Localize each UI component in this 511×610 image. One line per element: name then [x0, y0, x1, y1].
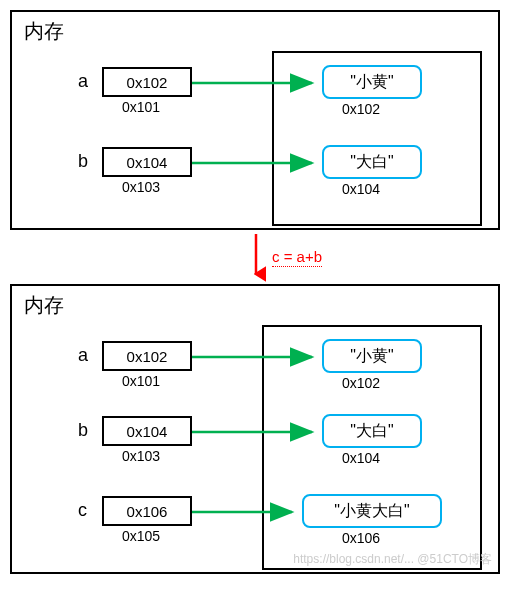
value-box-c: "小黄大白" [302, 494, 442, 528]
value-text: "小黄" [350, 72, 393, 93]
value-addr-b: 0x104 [342, 181, 380, 197]
panel-inner: a 0x102 0x101 "小黄" 0x102 b 0x104 0x103 "… [22, 323, 488, 573]
pointer-addr-b: 0x103 [122, 179, 160, 195]
value-text: "大白" [350, 421, 393, 442]
panel-title: 内存 [24, 18, 488, 45]
pointer-box-a: 0x102 [102, 67, 192, 97]
value-text: "小黄大白" [334, 501, 409, 522]
var-label-b: b [78, 151, 88, 172]
pointer-addr-a: 0x101 [122, 373, 160, 389]
operation-label: c = a+b [272, 248, 322, 265]
memory-panel-before: 内存 a 0x102 0x101 "小黄" 0x102 b 0x104 0x10… [10, 10, 500, 230]
arrow-icon [192, 347, 322, 367]
pointer-box-a: 0x102 [102, 341, 192, 371]
pointer-addr-c: 0x105 [122, 528, 160, 544]
operation-text: c = a+b [272, 248, 322, 267]
pointer-value: 0x104 [127, 423, 168, 440]
transition-area: c = a+b [10, 238, 500, 284]
panel-inner: a 0x102 0x101 "小黄" 0x102 b 0x104 0x103 "… [22, 49, 488, 229]
var-label-a: a [78, 345, 88, 366]
value-addr-a: 0x102 [342, 375, 380, 391]
var-label-a: a [78, 71, 88, 92]
value-text: "小黄" [350, 346, 393, 367]
pointer-value: 0x102 [127, 74, 168, 91]
pointer-value: 0x102 [127, 348, 168, 365]
pointer-addr-a: 0x101 [122, 99, 160, 115]
value-box-a: "小黄" [322, 339, 422, 373]
var-label-c: c [78, 500, 87, 521]
arrow-icon [192, 153, 322, 173]
pointer-box-b: 0x104 [102, 147, 192, 177]
arrow-icon [192, 73, 322, 93]
value-addr-a: 0x102 [342, 101, 380, 117]
value-box-a: "小黄" [322, 65, 422, 99]
pointer-value: 0x104 [127, 154, 168, 171]
pointer-addr-b: 0x103 [122, 448, 160, 464]
arrow-icon [192, 502, 302, 522]
down-arrow-icon [246, 234, 266, 284]
value-addr-c: 0x106 [342, 530, 380, 546]
value-box-b: "大白" [322, 414, 422, 448]
arrow-icon [192, 422, 322, 442]
memory-panel-after: 内存 a 0x102 0x101 "小黄" 0x102 b 0x104 0x10… [10, 284, 500, 574]
pointer-box-b: 0x104 [102, 416, 192, 446]
pointer-value: 0x106 [127, 503, 168, 520]
value-text: "大白" [350, 152, 393, 173]
pointer-box-c: 0x106 [102, 496, 192, 526]
var-label-b: b [78, 420, 88, 441]
value-box-b: "大白" [322, 145, 422, 179]
panel-title: 内存 [24, 292, 488, 319]
value-addr-b: 0x104 [342, 450, 380, 466]
